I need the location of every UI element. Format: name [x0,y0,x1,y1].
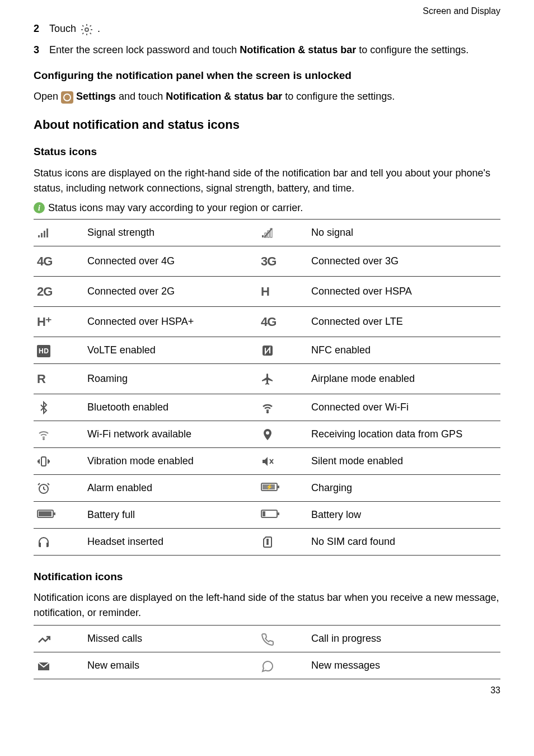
table-row: Bluetooth enabledConnected over Wi-Fi [34,394,500,421]
heading-notification-icons: Notification icons [34,569,500,585]
cell-label: Connected over LTE [308,306,500,337]
text: to configure the settings. [282,91,395,102]
notif-paragraph: Notification icons are displayed on the … [34,590,500,620]
text: to configure the settings. [356,44,469,55]
table-row: RRoamingAirplane mode enabled [34,363,500,394]
cell-label: Battery low [308,501,500,528]
status-paragraph: Status icons are displayed on the right-… [34,166,500,196]
cell-label: Connected over 2G [84,276,257,306]
heading-status-icons: Status icons [34,144,500,160]
cell-label: Charging [308,474,500,501]
svg-rect-3 [44,231,45,237]
4g-lte-icon: 4G [257,306,308,337]
cell-label: No SIM card found [308,528,500,555]
svg-point-0 [85,28,88,31]
signal-bars-icon [34,219,84,246]
table-row: Alarm enabled⚡Charging [34,474,500,501]
table-row: HDVoLTE enabledNFC enabled [34,337,500,363]
cell-label: Missed calls [84,626,257,652]
bluetooth-icon [34,394,84,421]
table-row: Headset inserted!No SIM card found [34,528,500,555]
bold-text: Notification & status bar [166,91,282,102]
text: Enter the screen lock password and touch [49,44,240,55]
wifi-available-icon [34,421,84,447]
cell-label: Signal strength [84,219,257,246]
table-row: Battery fullBattery low [34,501,500,528]
text: and touch [116,91,166,102]
3g-icon: 3G [257,246,308,276]
step-2: 2 Touch . [34,21,500,37]
text: . [97,23,100,34]
cell-label: Vibration mode enabled [84,447,257,474]
alarm-icon [34,474,84,501]
cell-label: VoLTE enabled [84,337,257,363]
page-number: 33 [34,684,500,697]
battery-full-icon [34,501,84,528]
location-icon [257,421,308,447]
table-row: Signal strengthNo signal [34,219,500,246]
missed-call-icon [34,626,84,652]
svg-point-11 [267,412,268,413]
table-row: Missed callsCall in progress [34,626,500,652]
cell-label: Connected over 4G [84,246,257,276]
step-text: Enter the screen lock password and touch… [49,43,500,58]
step-text: Touch . [49,21,500,37]
cell-label: Roaming [84,363,257,394]
battery-low-icon [257,501,308,528]
cell-label: Headset inserted [84,528,257,555]
charging-icon: ⚡ [257,474,308,501]
4g-icon: 4G [34,246,84,276]
cell-label: Connected over Wi-Fi [308,394,500,421]
table-row: H⁺Connected over HSPA+4GConnected over L… [34,306,500,337]
status-icons-table: Signal strengthNo signal4GConnected over… [34,219,500,556]
step-number: 3 [34,43,49,58]
call-icon [257,626,308,652]
roaming-icon: R [34,363,84,394]
svg-rect-2 [41,233,43,237]
email-icon [34,652,84,679]
table-row: Wi-Fi network availableReceiving locatio… [34,421,500,447]
heading-about: About notification and status icons [34,115,500,134]
cell-label: New emails [84,652,257,679]
cell-label: Airplane mode enabled [308,363,500,394]
cell-label: Connected over 3G [308,246,500,276]
bold-text: Notification & status bar [240,44,356,55]
cell-label: Silent mode enabled [308,447,500,474]
table-row: 4GConnected over 4G3GConnected over 3G [34,246,500,276]
cell-label: Bluetooth enabled [84,394,257,421]
svg-rect-1 [38,235,40,237]
step-3: 3 Enter the screen lock password and tou… [34,43,500,58]
2g-icon: 2G [34,276,84,306]
gear-icon [80,22,93,37]
cell-label: No signal [308,219,500,246]
settings-app-icon [61,91,73,104]
section-header: Screen and Display [34,0,500,18]
cell-label: NFC enabled [308,337,500,363]
h-icon: H [257,276,308,306]
svg-point-12 [43,438,44,440]
cell-label: New messages [308,652,500,679]
step-number: 2 [34,21,49,37]
airplane-icon [257,363,308,394]
hd-icon: HD [34,337,84,363]
cell-label: Receiving location data from GPS [308,421,500,447]
table-row: New emailsNew messages [34,652,500,679]
cell-label: Connected over HSPA [308,276,500,306]
config-paragraph: Open Settings and touch Notification & s… [34,89,500,104]
cell-label: Connected over HSPA+ [84,306,257,337]
text: Settings [76,91,116,102]
nfc-icon [257,337,308,363]
notification-icons-table: Missed callsCall in progressNew emailsNe… [34,625,500,679]
info-icon: i [34,202,45,213]
cell-label: Alarm enabled [84,474,257,501]
cell-label: Wi-Fi network available [84,421,257,447]
subheading-config: Configuring the notification panel when … [34,68,500,84]
svg-text:!: ! [266,538,269,546]
table-row: Vibration mode enabledSilent mode enable… [34,447,500,474]
cell-label: Call in progress [308,626,500,652]
hplus-icon: H⁺ [34,306,84,337]
svg-rect-5 [262,235,264,237]
vibration-icon [34,447,84,474]
message-icon [257,652,308,679]
svg-rect-4 [46,228,48,237]
